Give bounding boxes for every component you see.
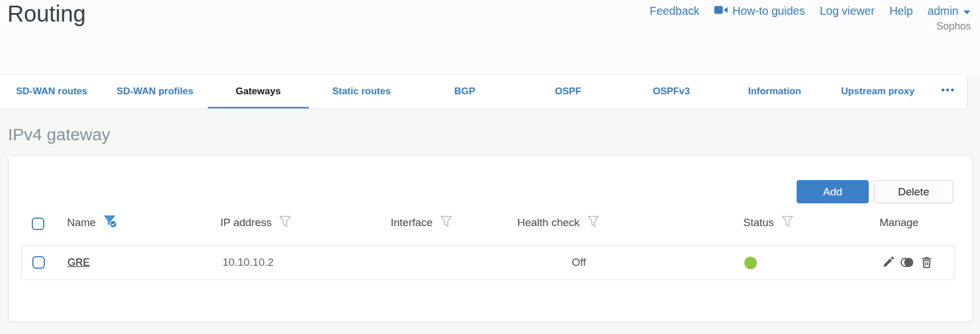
column-header-ip-address: IP address (220, 215, 291, 230)
column-label-manage: Manage (880, 216, 919, 229)
page-header: Routing Feedback How-to guides Log viewe… (0, 0, 980, 74)
column-header-manage: Manage (880, 215, 919, 230)
feedback-link[interactable]: Feedback (650, 5, 700, 18)
tab-upstream-proxy[interactable]: Upstream proxy (826, 74, 929, 108)
row-checkbox[interactable] (32, 256, 45, 269)
more-tabs-button[interactable]: ••• (929, 74, 967, 108)
status-dot (744, 257, 757, 269)
howto-guides-label: How-to guides (732, 5, 805, 18)
add-button[interactable]: Add (797, 180, 869, 203)
tab-static-routes[interactable]: Static routes (310, 74, 413, 108)
brand-text: Sophos (936, 20, 971, 32)
routing-page: Routing Feedback How-to guides Log viewe… (0, 0, 980, 334)
table-row: GRE 10.10.10.2 Off (21, 245, 954, 280)
help-link[interactable]: Help (889, 5, 912, 18)
section-heading: IPv4 gateway (8, 125, 110, 144)
clone-icon[interactable] (900, 256, 915, 269)
filter-icon[interactable] (440, 215, 453, 231)
filter-icon[interactable] (587, 215, 600, 231)
column-label-health-check: Health check (517, 216, 580, 229)
howto-guides-link[interactable]: How-to guides (714, 5, 805, 18)
filter-active-icon[interactable] (103, 215, 118, 231)
column-label-ip-address: IP address (220, 216, 271, 229)
ip-address-cell: 10.10.10.2 (223, 245, 274, 279)
tab-gateways[interactable]: Gateways (207, 74, 310, 108)
user-menu[interactable]: admin (928, 5, 971, 18)
user-menu-label: admin (928, 5, 958, 18)
tab-bgp[interactable]: BGP (413, 74, 517, 108)
edit-pencil-icon[interactable] (881, 256, 895, 269)
delete-button[interactable]: Delete (874, 180, 953, 203)
video-camera-icon (714, 5, 728, 18)
column-header-interface: Interface (391, 215, 453, 230)
trash-icon[interactable] (920, 256, 933, 269)
table-header-select (32, 216, 44, 231)
tab-sd-wan-routes[interactable]: SD-WAN routes (0, 74, 103, 108)
gateway-name-link[interactable]: GRE (68, 257, 90, 269)
column-header-name: Name (67, 215, 118, 230)
tab-ospfv3[interactable]: OSPFv3 (619, 74, 723, 108)
filter-icon[interactable] (279, 215, 291, 231)
chevron-down-icon (963, 5, 971, 18)
select-all-checkbox[interactable] (32, 218, 44, 230)
tab-bar: SD-WAN routes SD-WAN profiles Gateways S… (0, 74, 968, 109)
column-header-status: Status (743, 215, 794, 230)
column-header-health-check: Health check (517, 215, 600, 230)
tab-information[interactable]: Information (723, 74, 826, 108)
log-viewer-link[interactable]: Log viewer (820, 5, 875, 18)
gateway-name-cell: GRE (68, 245, 90, 279)
tab-ospf[interactable]: OSPF (516, 74, 619, 108)
filter-icon[interactable] (781, 215, 794, 231)
column-label-interface: Interface (391, 216, 433, 229)
top-navigation: Feedback How-to guides Log viewer Help a… (650, 5, 971, 18)
gateway-table-card: Add Delete Name IP address (8, 156, 973, 322)
tab-sd-wan-profiles[interactable]: SD-WAN profiles (103, 74, 207, 108)
column-label-status: Status (743, 216, 774, 229)
manage-actions (881, 245, 933, 279)
column-label-name: Name (67, 216, 96, 229)
page-title: Routing (7, 0, 86, 27)
health-check-cell: Off (572, 245, 586, 279)
